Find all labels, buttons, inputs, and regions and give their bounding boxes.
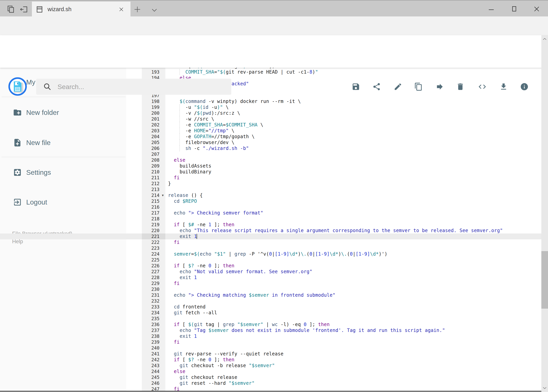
share-icon[interactable] (372, 82, 381, 91)
code-text: -e HOME="//tmp" \ (168, 128, 234, 134)
line-number: 222 (142, 239, 165, 245)
code-line[interactable]: 211 fi (0, 175, 541, 181)
code-text: release () { (168, 192, 203, 198)
line-number: 205 (142, 140, 165, 145)
move-icon[interactable] (436, 82, 444, 91)
code-line[interactable]: 217 echo "> Checking semver format" (0, 210, 541, 216)
code-line[interactable]: 210 buildBinary (0, 169, 541, 175)
line-number: 193 (142, 69, 165, 75)
code-line[interactable]: 213 (0, 187, 541, 192)
code-line[interactable]: 218 (0, 216, 541, 222)
line-number: 199 (142, 104, 165, 110)
code-line[interactable]: 236 if [ $(git tag | grep "$semver" | wc… (0, 322, 541, 327)
code-text: buildBinary (168, 169, 211, 175)
line-number: 211 (142, 175, 165, 181)
code-line[interactable]: 198 $(command -v winpty) docker run --rm… (0, 98, 541, 104)
code-text: cd $REPO (168, 198, 197, 204)
indent-guide (179, 122, 180, 128)
code-line[interactable]: 235 (0, 316, 541, 322)
code-text: git checkout -b release "$semver" (168, 363, 275, 369)
edit-icon[interactable] (394, 82, 402, 91)
code-line[interactable]: 242 if [ $? -ne 0 ]; then (0, 357, 541, 363)
code-line[interactable]: 228 exit 1 (0, 275, 541, 280)
code-line[interactable]: 207 (0, 151, 541, 157)
save-icon[interactable] (352, 82, 360, 91)
code-line[interactable]: 199 -u "$(id -u)" \ (0, 104, 541, 110)
code-line[interactable]: 224 semver=$(echo "$1" | grep -P '^v(0|[… (0, 251, 541, 257)
code-line[interactable]: 239 fi (0, 339, 541, 345)
code-text: exit 1 (168, 233, 197, 239)
code-line[interactable]: 238 exit 1 (0, 333, 541, 339)
code-line[interactable]: 240 (0, 345, 541, 351)
code-line[interactable]: 193 COMMIT_SHA="$(git rev-parse HEAD | c… (0, 69, 541, 75)
code-line[interactable]: 245 git checkout release (0, 374, 541, 380)
code-icon[interactable] (478, 82, 486, 91)
line-number: 245 (142, 374, 165, 380)
fold-arrow-icon[interactable]: ▾ (160, 192, 166, 198)
search-icon (43, 83, 51, 91)
app-logo[interactable] (8, 77, 27, 96)
code-text: else (168, 369, 186, 374)
delete-icon[interactable] (456, 82, 465, 91)
search-box[interactable]: Search... (36, 79, 231, 95)
code-line[interactable]: 220 echo "This release script requires a… (0, 228, 541, 233)
app-header: Search... (0, 35, 548, 68)
info-icon[interactable] (520, 82, 529, 91)
indent-guide (179, 128, 180, 134)
code-line[interactable]: 243 git checkout -b release "$semver" (0, 363, 541, 369)
line-number: 218 (142, 216, 165, 222)
line-number: 235 (142, 316, 165, 322)
line-number: 220 (142, 228, 165, 233)
scroll-down-icon[interactable] (542, 385, 547, 390)
copy-icon[interactable] (414, 82, 423, 91)
code-line[interactable]: 230 (0, 286, 541, 292)
code-text: COMMIT_SHA="$(git rev-parse HEAD | cut -… (168, 69, 318, 75)
code-line[interactable]: 229 fi (0, 280, 541, 286)
scroll-up-icon[interactable] (542, 37, 547, 42)
code-line[interactable]: 232 (0, 298, 541, 304)
code-line[interactable]: 234 git fetch --all (0, 310, 541, 316)
line-number: 226 (142, 263, 165, 269)
indent-guide (179, 145, 180, 151)
line-number: 198 (142, 98, 165, 104)
code-line[interactable]: 201 -w //src \ (0, 116, 541, 122)
code-line[interactable]: 227 echo "Not valid semver format. See s… (0, 269, 541, 275)
code-line[interactable]: 200 -v /$(pwd):/src:z \ (0, 110, 541, 116)
code-text: if [ $? -ne 0 ]; then (168, 357, 234, 363)
line-number: 201 (142, 116, 165, 122)
code-line[interactable]: 244 else (0, 369, 541, 374)
code-line[interactable]: 219 if [ $# -ne 1 ]; then (0, 222, 541, 228)
code-line[interactable]: 214▾release () { (0, 192, 541, 198)
code-line[interactable]: 206 sh -c "./wizard.sh -b" (0, 145, 541, 151)
code-line[interactable]: 233 cd frontend (0, 304, 541, 310)
code-line[interactable]: 202 -e COMMIT_SHA=$COMMIT_SHA \ (0, 122, 541, 128)
code-line[interactable]: 215 cd $REPO (0, 198, 541, 204)
code-line[interactable]: 222 fi (0, 239, 541, 245)
code-line[interactable]: 221 exit 1 (0, 233, 541, 239)
code-line[interactable]: 223 (0, 245, 541, 251)
code-line[interactable]: 209 buildAssets (0, 163, 541, 169)
code-line[interactable]: 225 (0, 257, 541, 263)
code-line[interactable]: 212} (0, 181, 541, 187)
code-line[interactable]: 237 echo "Tag $semver does not exist in … (0, 327, 541, 333)
code-line[interactable]: 216 (0, 204, 541, 210)
download-icon[interactable] (499, 82, 508, 91)
code-line[interactable]: 205 filebrowser/dev \ (0, 140, 541, 145)
code-line[interactable]: 226 if [ $? -ne 0 ]; then (0, 263, 541, 269)
code-text: if [ $# -ne 1 ]; then (168, 222, 234, 228)
code-line[interactable]: 246 git reset --hard "$semver" (0, 380, 541, 386)
scrollbar-thumb[interactable] (541, 251, 548, 309)
code-line[interactable]: 241 git rev-parse --verify --quiet relea… (0, 351, 541, 357)
code-line[interactable]: 204 -e GOPATH=//tmp/gopath \ (0, 134, 541, 140)
line-number: 240 (142, 345, 165, 351)
line-number: 221 (142, 233, 165, 239)
line-number: 224 (142, 251, 165, 257)
line-number: 203 (142, 128, 165, 134)
line-number: 223 (142, 245, 165, 251)
code-text: if [ $(git tag | grep "$semver" | wc -l)… (168, 322, 330, 327)
scrollbar[interactable] (541, 35, 548, 392)
code-line[interactable]: 208 else (0, 157, 541, 163)
line-number: 231 (142, 292, 165, 298)
code-line[interactable]: 231 echo "> Checking matching $semver in… (0, 292, 541, 298)
code-line[interactable]: 203 -e HOME="//tmp" \ (0, 128, 541, 134)
